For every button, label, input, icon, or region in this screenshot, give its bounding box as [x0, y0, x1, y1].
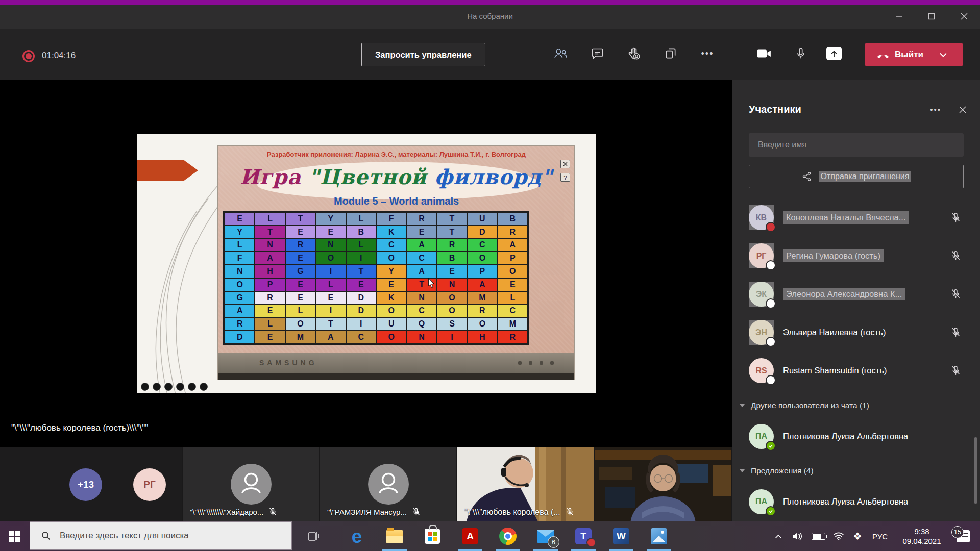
clock[interactable]: 9:38 09.04.2021	[893, 527, 950, 546]
acrobat-icon[interactable]: A	[451, 521, 489, 551]
leave-options-chevron-icon[interactable]	[933, 53, 953, 57]
participant-video-tile[interactable]: "\"\\\"\\\\\\\\"Хайдаро...	[183, 447, 319, 521]
grid-cell: E	[285, 252, 315, 265]
grid-cell: L	[346, 239, 376, 252]
chrome-icon[interactable]	[489, 521, 527, 551]
breakout-rooms-icon[interactable]	[659, 42, 682, 65]
start-button[interactable]	[0, 521, 30, 551]
mic-icon[interactable]	[790, 42, 812, 65]
word-icon[interactable]: W	[602, 521, 640, 551]
panel-scrollbar[interactable]	[974, 437, 977, 504]
grid-cell: A	[406, 265, 436, 278]
teams-icon[interactable]: T	[565, 521, 602, 551]
tray-date: 09.04.2021	[893, 536, 950, 546]
participant-row[interactable]: КВКоноплева Наталья Вячесла...	[732, 198, 980, 237]
window-title: На собрании	[0, 5, 980, 28]
section-header[interactable]: Предложения (4)	[732, 459, 980, 483]
meeting-toolbar: 01:04:16 Запросить управление •••	[0, 29, 980, 80]
mail-badge: 6	[548, 536, 559, 548]
dropbox-icon[interactable]: ❖	[848, 530, 867, 542]
request-control-button[interactable]: Запросить управление	[361, 43, 485, 66]
language-indicator[interactable]: РУС	[867, 532, 893, 541]
close-icon[interactable]	[955, 10, 973, 23]
grid-cell: R	[437, 239, 467, 252]
slide-subtitle: Module 5 – World animals	[218, 195, 574, 207]
grid-cell: N	[437, 278, 467, 291]
grid-cell: P	[467, 265, 497, 278]
tray-chevron-up-icon[interactable]	[770, 534, 787, 539]
monitor-brand: SAMSUNG	[259, 359, 317, 367]
participant-row[interactable]: RSRustam Shamsutdin (гость)	[732, 352, 980, 390]
photos-icon[interactable]	[640, 521, 678, 551]
task-view-icon[interactable]	[299, 521, 328, 551]
participant-search-input[interactable]	[757, 140, 955, 150]
grid-cell: C	[498, 305, 528, 318]
participant-search[interactable]	[749, 133, 964, 157]
camera-icon[interactable]	[753, 42, 775, 65]
minimize-icon[interactable]	[890, 10, 908, 23]
mic-off-icon[interactable]	[950, 327, 962, 338]
edge-icon[interactable]: e	[338, 521, 376, 551]
section-header[interactable]: Другие пользователи из чата (1)	[732, 394, 980, 417]
participant-row[interactable]: ЭКЭлеонора Александровна К...	[732, 275, 980, 313]
participants-icon[interactable]	[549, 42, 572, 65]
participant-row[interactable]: РГРегина Гумарова (гость)	[732, 237, 980, 275]
section-label: Другие пользователи из чата (1)	[751, 401, 869, 410]
mic-off-icon[interactable]	[950, 212, 962, 223]
window-accent-strip	[0, 0, 980, 5]
file-explorer-icon[interactable]	[376, 521, 413, 551]
video-filmstrip: +13 РГ "\"\\\"\\\\\\\\"Хайдаро... "\"РАМ…	[0, 447, 732, 521]
overflow-tile[interactable]: +13 РГ	[0, 447, 182, 521]
grid-cell: A	[255, 252, 285, 265]
presence-badge-busy	[766, 222, 776, 232]
more-options-icon[interactable]: •••	[696, 42, 719, 65]
participant-row[interactable]: ЭНЭльвира Наилевна (гость)	[732, 313, 980, 352]
wifi-icon[interactable]	[829, 532, 848, 540]
participant-video-tile[interactable]: "\"РАМЗИЛЯ Мансур...	[320, 447, 456, 521]
grid-cell: E	[406, 226, 436, 239]
panel-close-icon[interactable]	[959, 106, 967, 114]
taskbar-search-input[interactable]	[59, 530, 275, 541]
avatar: RS	[749, 358, 774, 383]
grid-cell: H	[255, 265, 285, 278]
grid-cell: S	[437, 317, 467, 331]
raise-hand-icon[interactable]	[623, 42, 645, 65]
participant-list: КВКоноплева Наталья Вячесла...РГРегина Г…	[732, 198, 980, 520]
panel-title: Участники	[749, 104, 930, 115]
invite-button[interactable]: Отправка приглашения	[749, 165, 964, 188]
grid-cell: T	[285, 212, 315, 226]
participant-video-tile[interactable]	[595, 447, 731, 521]
grid-cell: B	[498, 212, 528, 226]
mic-off-icon[interactable]	[950, 250, 962, 262]
presenter-controls[interactable]	[141, 383, 208, 391]
grid-cell: O	[437, 291, 467, 305]
grid-cell: D	[346, 291, 376, 305]
avatar: ЭН	[749, 320, 774, 345]
participant-video-tile[interactable]: "\"\\\"любовь королева (...	[457, 447, 594, 521]
monitor-buttons	[518, 361, 554, 365]
maximize-icon[interactable]	[923, 10, 940, 23]
presence-badge-check	[766, 506, 776, 516]
action-center-icon[interactable]: 15	[950, 530, 976, 542]
chat-icon[interactable]	[586, 42, 608, 65]
leave-button[interactable]: Выйти	[865, 43, 963, 66]
taskbar-search[interactable]	[30, 521, 292, 550]
windows-logo-icon	[9, 531, 20, 542]
panel-more-icon[interactable]: •••	[930, 105, 941, 114]
search-icon	[41, 531, 51, 540]
grid-cell: R	[285, 239, 315, 252]
grid-cell: P	[255, 278, 285, 291]
tray-time: 9:38	[893, 527, 950, 536]
shared-screen-stage: Разработчик приложения: Ларина Э.С., мат…	[0, 80, 732, 447]
share-screen-icon[interactable]	[826, 47, 842, 60]
mic-off-icon[interactable]	[950, 365, 962, 377]
volume-icon[interactable]	[787, 532, 807, 541]
grid-cell: E	[255, 331, 285, 344]
participant-row[interactable]: ПАПлотникова Луиза Альбертовна	[732, 483, 980, 520]
mail-icon[interactable]: 6	[527, 521, 565, 551]
ms-store-icon[interactable]	[413, 521, 451, 551]
battery-icon[interactable]	[807, 533, 829, 540]
mic-off-icon[interactable]	[950, 288, 962, 300]
grid-cell: O	[225, 278, 255, 291]
participant-row[interactable]: ПАПлотникова Луиза Альбертовна	[732, 417, 980, 455]
